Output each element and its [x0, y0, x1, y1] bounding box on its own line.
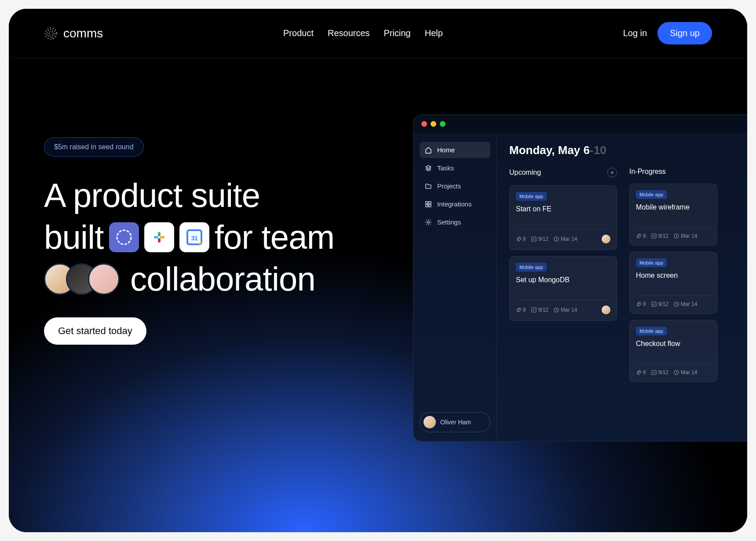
nav-link-pricing[interactable]: Pricing — [384, 28, 411, 38]
sidebar-item-settings[interactable]: Settings — [420, 214, 490, 230]
progress-meta: 9/12 — [651, 369, 668, 375]
signup-button[interactable]: Sign up — [657, 22, 712, 44]
app-window-preview: Home Tasks Projects — [413, 114, 747, 442]
slack-icon — [144, 222, 174, 252]
sidebar-item-label: Projects — [437, 182, 461, 190]
svg-rect-10 — [426, 202, 428, 204]
get-started-button[interactable]: Get started today — [44, 317, 146, 345]
task-meta: 8 9/12 Mar 14 — [516, 229, 610, 243]
attachments-meta: 8 — [636, 369, 646, 375]
task-card[interactable]: Mobile app Home screen 8 9/1 — [629, 252, 717, 314]
due-meta: Mar 14 — [674, 301, 697, 307]
column-title: In-Progress — [629, 168, 666, 176]
user-name: Oliver Ham — [440, 419, 471, 426]
clock-icon — [554, 236, 559, 242]
svg-text:31: 31 — [191, 234, 198, 242]
google-calendar-icon: 31 — [179, 222, 209, 252]
logo[interactable]: comms — [44, 26, 103, 40]
sidebar-item-integrations[interactable]: Integrations — [420, 196, 490, 212]
task-card[interactable]: Mobile app Start on FE 8 9/1 — [509, 185, 617, 250]
date-range: -10 — [590, 144, 606, 157]
column-upcoming: Upcoming Mobile app Start on FE — [509, 168, 617, 388]
progress-meta: 9/12 — [531, 307, 548, 313]
task-title: Set up MongoDB — [516, 276, 610, 284]
task-tag: Mobile app — [516, 192, 547, 201]
sidebar-item-home[interactable]: Home — [420, 142, 490, 158]
paperclip-icon — [516, 236, 521, 242]
task-meta: 8 9/12 Mar 14 — [636, 227, 711, 239]
checklist-icon — [531, 307, 537, 313]
nav-center: Product Resources Pricing Help — [283, 28, 443, 38]
paperclip-icon — [516, 307, 521, 313]
sidebar-item-projects[interactable]: Projects — [420, 178, 490, 194]
grid-icon — [425, 201, 432, 208]
clock-icon — [554, 307, 559, 313]
assignee-avatar — [602, 305, 610, 314]
user-avatar-icon — [424, 416, 436, 428]
avatar-3 — [88, 263, 120, 295]
title-line-1: A product suite — [44, 174, 260, 216]
svg-rect-7 — [158, 238, 161, 243]
svg-point-3 — [117, 230, 131, 244]
column-in-progress: In-Progress Mobile app Mobile wireframe … — [629, 168, 717, 388]
nav-link-product[interactable]: Product — [283, 28, 314, 38]
svg-point-1 — [47, 29, 55, 37]
task-title: Start on FE — [516, 205, 610, 213]
task-title: Home screen — [636, 272, 711, 280]
traffic-maximize-icon[interactable] — [440, 121, 446, 127]
sidebar-item-label: Settings — [437, 218, 461, 226]
svg-rect-13 — [429, 205, 431, 207]
linear-icon — [109, 222, 139, 252]
svg-rect-6 — [158, 232, 161, 236]
task-card[interactable]: Mobile app Checkout flow 8 9 — [629, 320, 717, 382]
checklist-icon — [531, 236, 537, 242]
attachments-meta: 8 — [636, 301, 646, 307]
home-icon — [425, 147, 432, 154]
svg-point-0 — [49, 31, 53, 36]
gear-icon — [425, 219, 432, 226]
title-line-2a: built — [44, 216, 104, 258]
task-meta: 8 9/12 Mar 14 — [636, 364, 711, 375]
task-title: Mobile wireframe — [636, 203, 711, 211]
hero-title: A product suite built — [44, 174, 378, 300]
brand-name: comms — [63, 26, 103, 40]
task-tag: Mobile app — [636, 190, 667, 199]
task-meta: 8 9/12 Mar 14 — [636, 295, 711, 307]
nav-right: Log in Sign up — [623, 22, 712, 44]
paperclip-icon — [636, 233, 641, 239]
due-meta: Mar 14 — [674, 369, 697, 375]
task-tag: Mobile app — [636, 258, 667, 267]
user-chip[interactable]: Oliver Ham — [420, 412, 490, 432]
nav-link-resources[interactable]: Resources — [328, 28, 370, 38]
task-tag: Mobile app — [636, 327, 667, 335]
traffic-minimize-icon[interactable] — [431, 121, 436, 127]
progress-meta: 9/12 — [651, 301, 668, 307]
checklist-icon — [651, 302, 657, 307]
clock-icon — [674, 370, 679, 375]
sidebar-item-tasks[interactable]: Tasks — [420, 160, 490, 176]
title-line-2b: for team — [215, 216, 335, 258]
due-meta: Mar 14 — [554, 307, 577, 313]
attachments-meta: 8 — [516, 307, 526, 313]
svg-rect-4 — [154, 236, 158, 239]
app-main-panel: Monday, May 6-10 Upcoming — [497, 133, 747, 441]
svg-rect-12 — [426, 205, 428, 207]
traffic-close-icon[interactable] — [421, 121, 427, 127]
add-card-button[interactable] — [607, 168, 617, 177]
sidebar-item-label: Integrations — [437, 200, 471, 208]
attachments-meta: 8 — [636, 233, 646, 239]
task-card[interactable]: Mobile app Set up MongoDB 8 — [509, 256, 617, 321]
assignee-avatar — [602, 235, 610, 243]
task-card[interactable]: Mobile app Mobile wireframe 8 — [629, 184, 717, 246]
nav-link-help[interactable]: Help — [425, 28, 443, 38]
login-link[interactable]: Log in — [623, 28, 647, 38]
task-meta: 8 9/12 Mar 14 — [516, 300, 610, 314]
logo-burst-icon — [44, 26, 58, 40]
paperclip-icon — [636, 370, 641, 375]
paperclip-icon — [636, 302, 641, 307]
app-sidebar: Home Tasks Projects — [413, 133, 497, 441]
sidebar-item-label: Home — [437, 146, 455, 154]
due-meta: Mar 14 — [674, 233, 697, 239]
column-title: Upcoming — [509, 169, 541, 177]
task-title: Checkout flow — [636, 340, 711, 348]
